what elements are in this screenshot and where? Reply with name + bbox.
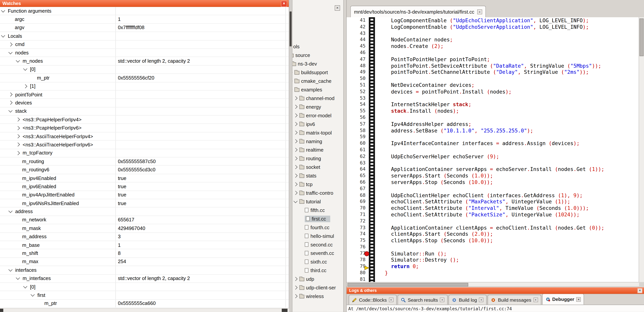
- editor-tab-first-cc[interactable]: mnt/dev/tools/source/ns-3-dev/examples/t…: [350, 6, 486, 18]
- watch-row[interactable]: m_ipv4ArpJitterEnabledtrue: [0, 191, 289, 199]
- chevron-down-icon[interactable]: [16, 276, 20, 280]
- line-number[interactable]: 70: [346, 205, 366, 212]
- chevron-right-icon[interactable]: [294, 122, 298, 126]
- close-icon[interactable]: [335, 5, 340, 11]
- line-number[interactable]: 66: [346, 179, 366, 186]
- watch-row[interactable]: m_address3: [0, 233, 289, 241]
- editor-vertical-scrollbar[interactable]: [638, 17, 644, 282]
- tree-item[interactable]: second.cc: [305, 240, 343, 249]
- watch-row[interactable]: <ns3::AsciiTraceHelperForIpv4>: [0, 133, 289, 141]
- chevron-down-icon[interactable]: [1, 8, 5, 12]
- close-icon[interactable]: [576, 297, 581, 302]
- line-number[interactable]: 60: [346, 140, 366, 147]
- tree-item[interactable]: cmake_cache: [292, 77, 343, 85]
- watches-titlebar[interactable]: Watches: [0, 0, 289, 7]
- tree-item[interactable]: ns-3-dev: [292, 59, 343, 68]
- line-number[interactable]: 67: [346, 185, 366, 192]
- watch-row[interactable]: m_interfacesstd::vector of length 2, cap…: [0, 275, 289, 283]
- logs-header[interactable]: Logs & others: [346, 287, 644, 294]
- tree-item[interactable]: third.cc: [305, 266, 343, 275]
- chevron-right-icon[interactable]: [294, 277, 298, 281]
- tree-item[interactable]: realtime: [294, 146, 344, 154]
- chevron-right-icon[interactable]: [16, 126, 20, 130]
- chevron-right-icon[interactable]: [294, 182, 298, 186]
- line-number[interactable]: 51: [346, 82, 366, 89]
- chevron-down-icon[interactable]: [23, 284, 27, 288]
- watch-row[interactable]: m_ptr0x55555556cf20: [0, 74, 289, 82]
- tree-item[interactable]: naming: [294, 137, 344, 146]
- watch-row[interactable]: m_nodesstd::vector of length 2, capacity…: [0, 57, 289, 66]
- chevron-right-icon[interactable]: [294, 139, 298, 143]
- tree-item[interactable]: udp: [294, 275, 344, 283]
- watch-row[interactable]: <ns3::PcapHelperForIpv6>: [0, 124, 289, 133]
- watch-row[interactable]: m_tcpFactory: [0, 149, 289, 157]
- watches-vertical-scrollbar[interactable]: [289, 0, 292, 312]
- tree-item[interactable]: wireless: [294, 292, 344, 301]
- tree-item[interactable]: first.cc: [305, 214, 343, 223]
- watch-row[interactable]: m_routingv60x5555555cd3c0: [0, 166, 289, 174]
- watch-row[interactable]: interfaces: [0, 266, 289, 275]
- line-number[interactable]: 47: [346, 56, 366, 63]
- chevron-right-icon[interactable]: [294, 191, 298, 195]
- watch-row[interactable]: Locals: [0, 32, 289, 40]
- chevron-right-icon[interactable]: [294, 174, 298, 178]
- chevron-right-icon[interactable]: [294, 131, 298, 135]
- chevron-right-icon[interactable]: [294, 286, 298, 290]
- chevron-down-icon[interactable]: [23, 67, 27, 71]
- watch-row[interactable]: address: [0, 208, 289, 216]
- chevron-right-icon[interactable]: [294, 96, 298, 100]
- scrollbar-thumb[interactable]: [282, 309, 288, 312]
- chevron-right-icon[interactable]: [16, 143, 20, 147]
- watch-row[interactable]: nodes: [0, 49, 289, 57]
- line-number[interactable]: 61: [346, 147, 366, 153]
- tree-item[interactable]: source: [292, 51, 343, 59]
- line-number[interactable]: 77: [346, 250, 366, 257]
- watch-row[interactable]: argc1: [0, 15, 289, 24]
- line-number[interactable]: 57: [346, 121, 366, 127]
- line-number[interactable]: 73: [346, 224, 366, 231]
- line-number[interactable]: 59: [346, 134, 366, 140]
- chevron-right-icon[interactable]: [23, 84, 27, 88]
- watch-row[interactable]: m_network655617: [0, 216, 289, 224]
- chevron-right-icon[interactable]: [8, 101, 12, 105]
- chevron-down-icon[interactable]: [30, 293, 34, 297]
- line-number[interactable]: 65: [346, 173, 366, 179]
- logs-tab-debugger[interactable]: Debugger: [542, 294, 584, 305]
- tree-item[interactable]: traffic-contro: [294, 189, 344, 197]
- line-number[interactable]: 44: [346, 37, 366, 43]
- watch-row[interactable]: stack: [0, 107, 289, 116]
- tree-item[interactable]: udp-client-ser: [294, 283, 344, 292]
- chevron-down-icon[interactable]: [16, 58, 20, 62]
- chevron-right-icon[interactable]: [294, 114, 298, 118]
- scrollbar-left-button[interactable]: [0, 309, 3, 312]
- close-icon[interactable]: [479, 298, 484, 302]
- line-number[interactable]: 71: [346, 212, 366, 218]
- watch-row[interactable]: m_max254: [0, 258, 289, 266]
- line-number[interactable]: 78: [346, 257, 366, 263]
- line-number[interactable]: 55: [346, 108, 366, 114]
- watch-row[interactable]: m_base1: [0, 241, 289, 250]
- chevron-right-icon[interactable]: [16, 118, 20, 122]
- logs-tab-code-blocks[interactable]: Code::Blocks: [349, 295, 397, 305]
- tree-item[interactable]: stats: [294, 171, 344, 180]
- line-number[interactable]: 76: [346, 244, 366, 250]
- tree-item[interactable]: fourth.cc: [305, 223, 343, 232]
- watch-row[interactable]: [0]: [0, 283, 289, 291]
- watch-row[interactable]: m_ipv6NsRsJitterEnabledtrue: [0, 199, 289, 208]
- line-number[interactable]: 80: [346, 270, 366, 276]
- editor-horizontal-scrollbar[interactable]: [346, 282, 639, 286]
- line-number[interactable]: 56: [346, 114, 366, 121]
- chevron-right-icon[interactable]: [8, 42, 12, 46]
- watches-horizontal-scrollbar[interactable]: [0, 308, 289, 312]
- line-number[interactable]: 68: [346, 192, 366, 198]
- code-editor[interactable]: 41 LogComponentEnable ("UdpEchoClientApp…: [346, 17, 639, 282]
- watch-row[interactable]: first: [0, 291, 289, 300]
- watch-row[interactable]: m_mask4294967040: [0, 224, 289, 233]
- chevron-down-icon[interactable]: [8, 50, 12, 54]
- close-icon[interactable]: [638, 288, 642, 293]
- tree-item[interactable]: tcp: [294, 180, 344, 189]
- scrollbar-thumb[interactable]: [348, 283, 468, 287]
- line-number[interactable]: 74: [346, 231, 366, 237]
- tree-item[interactable]: hello-simul: [305, 232, 343, 240]
- line-number[interactable]: 69: [346, 198, 366, 205]
